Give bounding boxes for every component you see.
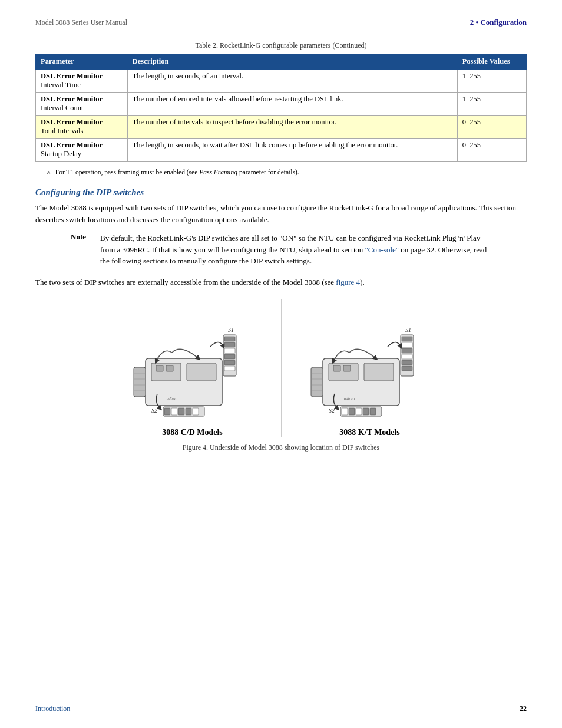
param-desc: The length, in seconds, to wait after DS… (127, 139, 457, 162)
params-table: Parameter Description Possible Values DS… (35, 54, 527, 162)
param-name: DSL Error MonitorInterval Time (36, 70, 128, 93)
svg-rect-38 (342, 408, 348, 415)
table-row: DSL Error MonitorStartup Delay The lengt… (36, 139, 527, 162)
kt-model-svg: S1 S2 adtran (305, 299, 435, 423)
svg-rect-7 (224, 354, 235, 359)
figure-divider (281, 299, 282, 437)
svg-rect-13 (171, 408, 177, 415)
svg-rect-39 (349, 408, 355, 415)
header-left: Model 3088 Series User Manual (35, 18, 127, 27)
param-values: 1–255 (457, 93, 526, 116)
figure-cd: S1 S2 adtran (128, 299, 257, 437)
figure-container: S1 S2 adtran (35, 299, 527, 437)
svg-text:S1: S1 (405, 327, 411, 333)
col-values: Possible Values (457, 54, 526, 70)
svg-text:adtran: adtran (166, 396, 177, 401)
svg-text:S2: S2 (329, 407, 335, 414)
svg-rect-50 (333, 365, 340, 371)
param-desc: The number of intervals to inspect befor… (127, 116, 457, 139)
param-name: DSL Error MonitorInterval Count (36, 93, 128, 116)
svg-rect-35 (402, 366, 412, 371)
svg-rect-5 (224, 342, 235, 347)
svg-rect-44 (311, 367, 323, 397)
svg-rect-12 (164, 408, 170, 415)
svg-rect-8 (224, 360, 235, 365)
svg-rect-28 (364, 363, 394, 381)
section-heading: Configuring the DIP switches (35, 187, 527, 197)
col-parameter: Parameter (36, 54, 128, 70)
figure4-link[interactable]: figure 4 (336, 278, 360, 286)
svg-rect-33 (402, 354, 412, 359)
param-desc: The number of errored intervals allowed … (127, 93, 457, 116)
svg-rect-15 (186, 408, 191, 415)
note-text: By default, the RocketLink-G's DIP switc… (100, 232, 491, 267)
svg-rect-16 (193, 408, 199, 415)
svg-rect-31 (402, 342, 412, 347)
svg-rect-9 (224, 366, 235, 371)
col-description: Description (127, 54, 457, 70)
svg-rect-24 (156, 365, 163, 371)
table-caption: Table 2. RocketLink-G configurable param… (35, 41, 527, 50)
note-label: Note (71, 232, 100, 267)
footer-right: 22 (520, 704, 527, 713)
param-name: DSL Error MonitorTotal Intervals (36, 116, 128, 139)
svg-rect-51 (343, 365, 351, 371)
svg-rect-40 (356, 408, 362, 415)
kt-label: 3088 K/T Models (339, 428, 399, 437)
param-values: 0–255 (457, 116, 526, 139)
svg-rect-2 (187, 363, 216, 381)
svg-rect-30 (402, 337, 412, 341)
cd-label: 3088 C/D Models (162, 428, 223, 437)
note-link[interactable]: "Con-sole" (365, 245, 399, 254)
cd-model-svg: S1 S2 adtran (128, 299, 257, 423)
table-row: DSL Error MonitorInterval Time The lengt… (36, 70, 527, 93)
body-text-2: The two sets of DIP switches are externa… (35, 276, 527, 288)
header-right: 2 • Configuration (470, 18, 527, 27)
footer-left: Introduction (35, 704, 70, 713)
svg-text:adtran: adtran (343, 396, 355, 401)
svg-rect-25 (166, 365, 173, 371)
svg-rect-14 (178, 408, 184, 415)
param-values: 0–255 (457, 139, 526, 162)
page-header: Model 3088 Series User Manual 2 • Config… (35, 18, 527, 29)
param-desc: The length, in seconds, of an interval. (127, 70, 457, 93)
svg-text:S1: S1 (228, 327, 234, 333)
svg-rect-4 (224, 337, 235, 341)
page-footer: Introduction 22 (35, 704, 527, 713)
figure-kt: S1 S2 adtran (305, 299, 435, 437)
svg-rect-18 (134, 367, 146, 397)
svg-text:S2: S2 (151, 407, 157, 414)
table-row: DSL Error MonitorInterval Count The numb… (36, 93, 527, 116)
table-row: DSL Error MonitorTotal Intervals The num… (36, 116, 527, 139)
svg-rect-34 (402, 360, 412, 365)
svg-rect-42 (370, 408, 376, 415)
section-intro: The Model 3088 is equipped with two sets… (35, 202, 527, 225)
svg-rect-41 (363, 408, 369, 415)
svg-rect-6 (224, 348, 235, 353)
note-box: Note By default, the RocketLink-G's DIP … (71, 232, 491, 267)
param-values: 1–255 (457, 70, 526, 93)
figure-caption: Figure 4. Underside of Model 3088 showin… (35, 443, 527, 452)
param-name: DSL Error MonitorStartup Delay (36, 139, 128, 162)
svg-rect-32 (402, 348, 412, 353)
table-footnote: a. For T1 operation, pass framing must b… (35, 169, 527, 176)
